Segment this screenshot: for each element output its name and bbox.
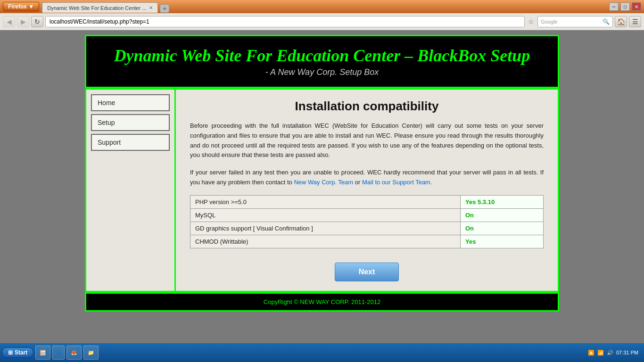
site-subtitle: - A New Way Corp. Setup Box (100, 67, 544, 77)
main-layout: Home Setup Support Installation compatib… (85, 88, 559, 292)
taskbar-volume-icon: 🔊 (607, 350, 613, 356)
check-label: PHP version >=5.0 (190, 195, 461, 208)
taskbar-notification-icon: 🔼 (588, 350, 594, 356)
sidebar-item-home[interactable]: Home (91, 94, 170, 111)
taskbar-network-icon: 📶 (597, 350, 604, 356)
start-button[interactable]: ⊞ Start (2, 347, 33, 358)
taskbar-right: 🔼 📶 🔊 07:31 PM (588, 350, 642, 356)
google-search-label: Google (541, 19, 557, 25)
taskbar-time: 07:31 PM (616, 350, 638, 355)
taskbar: ⊞ Start 🪟 e 🦊 📁 🔼 📶 🔊 07:31 PM (0, 343, 644, 362)
taskbar-icon-2: 🦊 (71, 350, 77, 356)
windows-logo-icon: ⊞ (8, 349, 13, 356)
table-row: MySQL On (190, 208, 544, 222)
next-button[interactable]: Next (335, 263, 399, 281)
compatibility-table: PHP version >=5.0 Yes 5.3.10 MySQL On GD… (190, 195, 544, 248)
tab-close-icon[interactable]: ✕ (149, 5, 153, 10)
taskbar-item-3[interactable]: 📁 (83, 346, 99, 360)
site-footer: CopyRight © NEW WAY CORP. 2011-2012 (85, 292, 559, 312)
taskbar-icon-0: 🪟 (40, 350, 46, 356)
new-way-corp-link[interactable]: New Way Corp. Team (294, 179, 353, 186)
url-bar[interactable] (45, 16, 525, 27)
navigation-bar: ◀ ▶ ↻ ☆ Google 🔍 🏠 ☰ (0, 13, 644, 30)
minimize-button[interactable]: ─ (609, 2, 619, 11)
check-label: GD graphics support [ Visual Confirmatio… (190, 222, 461, 235)
browser-tab[interactable]: Dynamic Web Site For Education Center ..… (42, 2, 158, 13)
taskbar-item-0[interactable]: 🪟 (35, 346, 50, 360)
check-result: On (460, 222, 543, 235)
maximize-button[interactable]: □ (620, 2, 630, 11)
mail-support-link[interactable]: Mail to our Support Team. (362, 179, 432, 186)
intro-paragraph-1: Before proceeding with the full installa… (190, 121, 544, 160)
close-button[interactable]: ✕ (632, 2, 641, 11)
refresh-button[interactable]: ↻ (31, 16, 43, 27)
check-result: Yes 5.3.10 (460, 195, 543, 208)
sidebar-item-setup[interactable]: Setup (91, 114, 170, 131)
menu-button[interactable]: ☰ (629, 16, 641, 27)
check-label: MySQL (190, 208, 461, 222)
table-row: CHMOD (Writtable) Yes (190, 235, 544, 248)
taskbar-item-1[interactable]: e (52, 346, 65, 360)
window-controls: ─ □ ✕ (609, 2, 641, 11)
google-search-icon: 🔍 (603, 18, 610, 25)
page-title: Installation compatibility (190, 99, 544, 114)
forward-button[interactable]: ▶ (17, 16, 29, 27)
content-area: Installation compatibility Before procee… (176, 90, 558, 291)
site-title: Dynamic Web Site For Education Center – … (100, 46, 544, 66)
title-bar: Firefox ▼ Dynamic Web Site For Education… (0, 0, 644, 13)
bookmark-icon[interactable]: ☆ (527, 18, 536, 25)
firefox-button[interactable]: Firefox ▼ (3, 2, 39, 11)
new-tab-button[interactable]: + (160, 4, 169, 13)
tab-title: Dynamic Web Site For Education Center ..… (47, 5, 146, 11)
taskbar-icon-1: e (57, 349, 60, 356)
site-header: Dynamic Web Site For Education Center – … (85, 35, 559, 88)
taskbar-icon-3: 📁 (88, 350, 94, 356)
home-button[interactable]: 🏠 (615, 16, 627, 27)
check-result: Yes (460, 235, 543, 248)
table-row: GD graphics support [ Visual Confirmatio… (190, 222, 544, 235)
next-button-container: Next (190, 263, 544, 281)
check-label: CHMOD (Writtable) (190, 235, 461, 248)
table-row: PHP version >=5.0 Yes 5.3.10 (190, 195, 544, 208)
check-result: On (460, 208, 543, 222)
page-wrapper: Dynamic Web Site For Education Center – … (0, 30, 644, 316)
back-button[interactable]: ◀ (3, 16, 15, 27)
taskbar-item-2[interactable]: 🦊 (66, 346, 82, 360)
intro-paragraph-2: If your server failed in any test then y… (190, 168, 544, 188)
copyright-text: CopyRight © NEW WAY CORP. 2011-2012 (264, 298, 380, 305)
sidebar: Home Setup Support (86, 90, 176, 291)
sidebar-item-support[interactable]: Support (91, 134, 170, 151)
